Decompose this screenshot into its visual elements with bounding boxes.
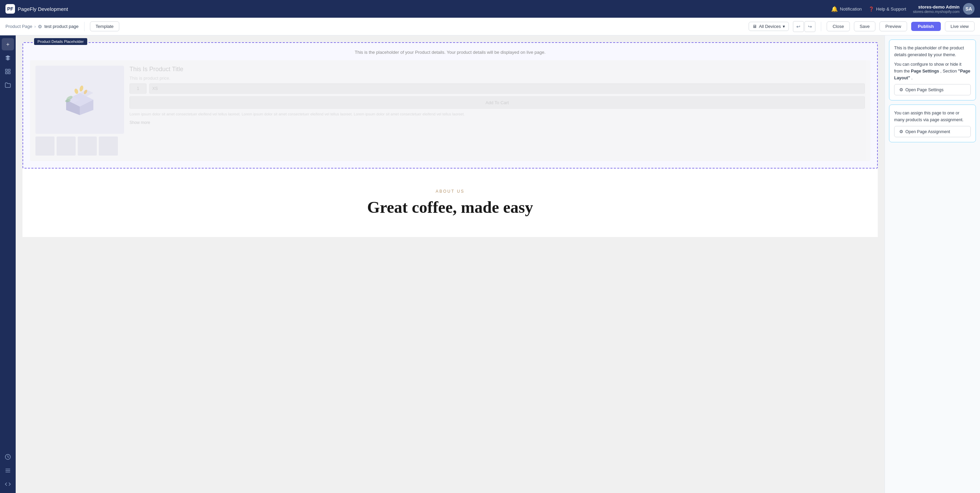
user-text: stores-demo Admin stores-demo.myshopify.… [913,5,959,14]
open-page-settings-button[interactable]: ⚙ Open Page Settings [894,84,971,95]
thumbnail-row [35,136,124,155]
about-us-title: Great coffee, made easy [29,198,871,217]
live-view-button[interactable]: Live view [945,21,975,31]
close-button[interactable]: Close [827,21,850,31]
product-options-row: 1 XS [129,83,865,94]
sidebar-item-add[interactable]: ＋ [2,38,14,51]
divider-1 [84,22,84,31]
add-to-cart-fake: Add To Cart [129,96,865,109]
thumbnail-2 [57,136,76,155]
undo-button[interactable]: ↩ [793,21,804,32]
gear-icon: ⚙ [899,87,903,92]
divider-2 [821,22,821,31]
main-layout: ＋ Product Details Placeholder [0,35,980,493]
chevron-down-icon: ▾ [783,24,785,29]
notification-label: Notification [840,6,862,11]
card2-text: You can assign this page to one or many … [894,109,971,123]
nav-right: 🔔 Notification ❓ Help & Support stores-d… [831,3,975,15]
card1-text3-span: , Section [940,69,958,73]
box-illustration-icon [59,81,100,119]
help-icon: ❓ [869,6,874,11]
sidebar-item-elements[interactable] [2,65,14,78]
template-button[interactable]: Template [90,21,119,31]
card1-bold1: Page Settings [911,69,939,73]
open-page-settings-label: Open Page Settings [905,87,943,92]
breadcrumb-chevron: › [34,24,36,29]
svg-rect-3 [8,72,10,74]
user-name: stores-demo Admin [913,5,959,10]
svg-rect-2 [5,72,7,74]
lorem-text-fake: Lorem ipsum dolor sit amet consectetuer … [129,111,865,117]
product-title-fake: This Is Product Title [129,66,865,73]
canvas-content: This is the placeholder of your Product … [16,35,885,244]
avatar: SA [963,3,975,15]
product-details-area: This Is Product Title This is product pr… [129,66,865,155]
svg-point-14 [79,85,84,92]
save-button[interactable]: Save [854,21,876,31]
thumbnail-3 [78,136,97,155]
right-panel: This is the placeholder of the product d… [885,35,980,493]
breadcrumb-root[interactable]: Product Page [5,24,32,29]
sidebar-item-list[interactable] [2,464,14,477]
user-info[interactable]: stores-demo Admin stores-demo.myshopify.… [913,3,975,15]
breadcrumb-current: test product page [44,24,78,29]
device-selector[interactable]: 🖥 All Devices ▾ [749,22,789,31]
user-domain: stores-demo.myshopify.com [913,10,959,14]
card1-text4-span: . [911,76,912,80]
svg-rect-0 [5,69,7,71]
publish-button[interactable]: Publish [911,22,941,31]
redo-button[interactable]: ↪ [805,21,815,32]
sidebar-item-code[interactable] [2,478,14,490]
quantity-box: 1 [129,83,146,94]
gear-icon-2: ⚙ [899,129,903,134]
svg-rect-1 [8,69,10,71]
product-price-fake: This is product price. [129,76,865,81]
svg-point-13 [74,88,79,94]
pagefly-logo-icon: PF [5,4,15,14]
variant-box: XS [149,83,865,94]
monitor-icon: 🖥 [752,24,757,29]
placeholder-description: This is the placeholder of your Product … [30,50,870,55]
open-page-assignment-label: Open Page Assignment [905,129,950,134]
app-name: PageFly Development [18,6,68,12]
breadcrumb: Product Page › ⚙ test product page [5,24,79,29]
help-label: Help & Support [876,6,906,11]
thumbnail-4 [99,136,118,155]
open-page-assignment-button[interactable]: ⚙ Open Page Assignment [894,126,971,137]
sidebar-item-layers[interactable] [2,52,14,64]
canvas-area: Product Details Placeholder This is the … [16,35,885,493]
about-us-section: ABOUT US Great coffee, made easy [22,168,878,237]
left-sidebar: ＋ [0,35,16,493]
toolbar: Product Page › ⚙ test product page Templ… [0,18,980,35]
product-preview-grid: This Is Product Title This is product pr… [30,60,870,161]
logo-area: PF PageFly Development [5,4,68,14]
sidebar-item-history[interactable] [2,451,14,463]
undo-redo-group: ↩ ↪ [793,21,815,32]
notification-btn[interactable]: 🔔 Notification [831,6,862,12]
about-us-subtitle: ABOUT US [29,189,871,194]
product-image-area [35,66,124,155]
breadcrumb-gear-icon[interactable]: ⚙ [38,24,42,29]
sidebar-item-pages[interactable] [2,79,14,91]
page-assignment-info-card: You can assign this page to one or many … [889,105,976,142]
help-support-btn[interactable]: ❓ Help & Support [869,6,906,11]
card1-text1: This is the placeholder of the product d… [894,44,971,58]
thumbnail-1 [35,136,54,155]
card1-text2: You can configure to show or hide it fro… [894,61,971,81]
product-placeholder-section[interactable]: This is the placeholder of your Product … [22,42,878,168]
element-label: Product Details Placeholder [34,38,87,45]
preview-button[interactable]: Preview [880,21,907,31]
product-details-info-card: This is the placeholder of the product d… [889,40,976,100]
top-nav: PF PageFly Development 🔔 Notification ❓ … [0,0,980,18]
device-label: All Devices [759,24,781,29]
main-product-image [35,66,124,134]
show-more-fake: Show more [129,120,865,125]
bell-icon: 🔔 [831,6,838,12]
